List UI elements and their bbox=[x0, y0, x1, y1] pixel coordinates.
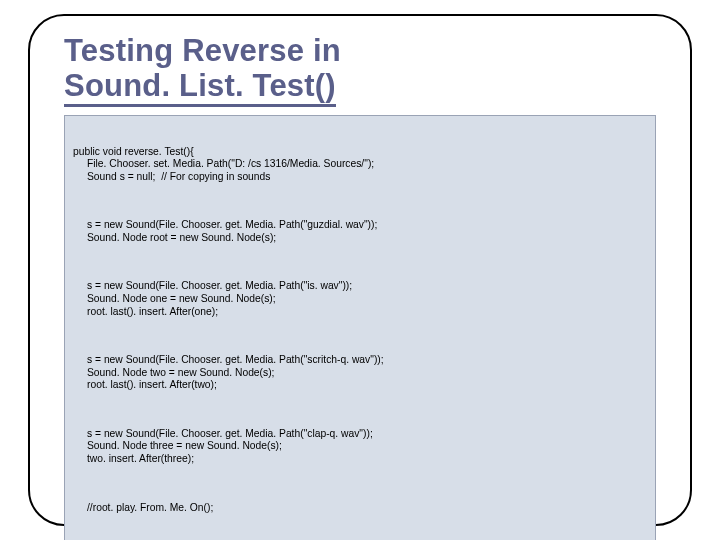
title-line-2: Sound. List. Test() bbox=[64, 69, 656, 104]
code-block-1: public void reverse. Test(){ File. Choos… bbox=[73, 146, 647, 184]
code-block-6: //root. play. From. Me. On(); bbox=[73, 502, 647, 515]
code-block-4: s = new Sound(File. Chooser. get. Media.… bbox=[73, 354, 647, 392]
code-line: root. last(). insert. After(two); bbox=[73, 379, 647, 392]
code-line: s = new Sound(File. Chooser. get. Media.… bbox=[73, 354, 647, 367]
title-line-1: Testing Reverse in bbox=[64, 34, 656, 69]
code-line: s = new Sound(File. Chooser. get. Media.… bbox=[73, 280, 647, 293]
code-line: Sound s = null; // For copying in sounds bbox=[73, 171, 647, 184]
code-block-3: s = new Sound(File. Chooser. get. Media.… bbox=[73, 280, 647, 318]
slide-title: Testing Reverse in Sound. List. Test() bbox=[64, 34, 656, 103]
code-line: s = new Sound(File. Chooser. get. Media.… bbox=[73, 219, 647, 232]
code-block-5: s = new Sound(File. Chooser. get. Media.… bbox=[73, 428, 647, 466]
code-line: public void reverse. Test(){ bbox=[73, 146, 194, 157]
slide-frame: Testing Reverse in Sound. List. Test() p… bbox=[28, 14, 692, 526]
code-line: Sound. Node three = new Sound. Node(s); bbox=[73, 440, 647, 453]
code-block-2: s = new Sound(File. Chooser. get. Media.… bbox=[73, 219, 647, 244]
code-line: Sound. Node two = new Sound. Node(s); bbox=[73, 367, 647, 380]
code-line: s = new Sound(File. Chooser. get. Media.… bbox=[73, 428, 647, 441]
code-line: Sound. Node root = new Sound. Node(s); bbox=[73, 232, 647, 245]
title-underline-text: Sound. List. Test() bbox=[64, 68, 336, 107]
code-line: File. Chooser. set. Media. Path("D: /cs … bbox=[73, 158, 647, 171]
code-line: two. insert. After(three); bbox=[73, 453, 647, 466]
code-line: root. last(). insert. After(one); bbox=[73, 306, 647, 319]
code-line: //root. play. From. Me. On(); bbox=[73, 502, 647, 515]
code-box: public void reverse. Test(){ File. Choos… bbox=[64, 115, 656, 540]
code-line: Sound. Node one = new Sound. Node(s); bbox=[73, 293, 647, 306]
